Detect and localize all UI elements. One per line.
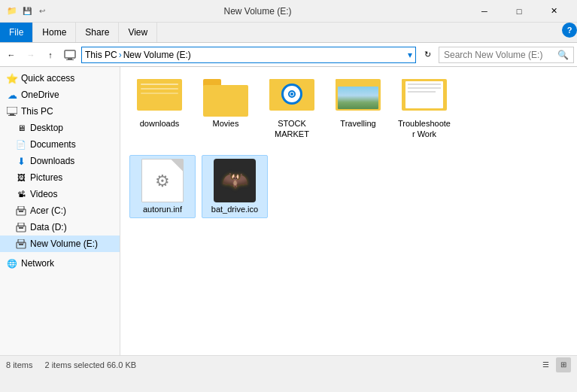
sidebar-label-documents: Documents <box>30 139 76 150</box>
sidebar-label-data: Data (D:) <box>30 222 67 232</box>
folder-icon-stock <box>269 79 314 117</box>
thispc-icon <box>6 105 18 117</box>
selected-info: 2 items selected 66.0 KB <box>44 360 136 369</box>
path-thispc: This PC <box>85 50 117 60</box>
search-input[interactable] <box>444 50 557 60</box>
sidebar-item-acer[interactable]: Acer (C:) <box>0 202 120 219</box>
address-path[interactable]: This PC › New Volume (E:) ▾ <box>81 47 416 63</box>
file-label-autorun: autorun.inf <box>143 204 182 214</box>
folder-label-downloads: downloads <box>140 118 180 129</box>
folder-icon-downloads <box>137 79 182 117</box>
path-volume: New Volume (E:) <box>123 50 191 60</box>
svg-rect-11 <box>19 227 23 229</box>
sidebar-item-downloads[interactable]: ⬇ Downloads <box>0 153 120 169</box>
tab-file[interactable]: File <box>0 23 33 42</box>
acer-drive-icon <box>15 205 27 217</box>
folder-label-movies: Movies <box>213 118 239 129</box>
new-volume-icon <box>15 238 27 250</box>
sidebar-item-new-volume[interactable]: New Volume (E:) <box>0 236 120 252</box>
svg-rect-5 <box>8 115 16 116</box>
folder-label-travelling: Travelling <box>340 118 375 129</box>
svg-rect-4 <box>10 114 14 115</box>
quick-access-icon: ⭐ <box>6 72 18 84</box>
svg-rect-1 <box>68 58 72 59</box>
list-view-button[interactable]: ☰ <box>538 357 553 372</box>
search-box[interactable]: 🔍 <box>439 47 574 63</box>
network-icon: 🌐 <box>6 257 18 269</box>
bat-icon: 🦇 <box>222 168 248 193</box>
folder-icon-movies <box>203 79 248 117</box>
svg-rect-2 <box>66 59 74 60</box>
ribbon: File Home Share View ? <box>0 23 577 43</box>
sidebar-item-data[interactable]: Data (D:) <box>0 219 120 236</box>
up-button[interactable]: ↑ <box>42 47 59 63</box>
sidebar-item-desktop[interactable]: 🖥 Desktop <box>0 120 120 136</box>
ribbon-tabs: File Home Share View ? <box>0 23 577 42</box>
title-folder-icon: 📁 <box>6 5 18 17</box>
file-bat-drive[interactable]: 🦇 bat_drive.ico <box>202 155 268 218</box>
svg-rect-8 <box>19 211 23 212</box>
this-pc-icon <box>62 47 78 63</box>
title-bar: 📁 💾 ↩ New Volume (E:) ─ □ ✕ <box>0 0 577 23</box>
close-button[interactable]: ✕ <box>536 0 571 23</box>
downloads-icon: ⬇ <box>15 155 27 167</box>
grid-view-button[interactable]: ⊞ <box>556 357 571 372</box>
pictures-icon: 🖼 <box>15 172 27 184</box>
onedrive-icon: ☁ <box>6 89 18 101</box>
sidebar-item-videos[interactable]: 📽 Videos <box>0 186 120 202</box>
folder-travelling[interactable]: Travelling <box>328 76 388 143</box>
documents-icon: 📄 <box>15 138 27 150</box>
maximize-button[interactable]: □ <box>502 0 536 23</box>
path-dropdown[interactable]: ▾ <box>408 50 412 60</box>
sidebar-label-network: Network <box>21 258 54 269</box>
sidebar-label-downloads: Downloads <box>30 156 74 166</box>
gear-icon: ⚙ <box>155 172 170 191</box>
folder-troubleshooter[interactable]: Troubleshooter Work <box>394 76 454 143</box>
forward-button[interactable]: → <box>23 47 39 63</box>
sidebar-label-acer: Acer (C:) <box>30 205 66 216</box>
view-controls: ☰ ⊞ <box>538 357 571 372</box>
tab-view[interactable]: View <box>119 23 157 42</box>
window-controls: ─ □ ✕ <box>467 0 571 23</box>
sidebar-label-thispc: This PC <box>21 106 53 117</box>
sidebar-label-videos: Videos <box>30 189 57 199</box>
svg-rect-0 <box>65 50 75 58</box>
content-area: downloads Movies <box>120 67 577 355</box>
search-icon: 🔍 <box>557 50 569 60</box>
item-count: 8 items <box>6 360 32 369</box>
sidebar-item-documents[interactable]: 📄 Documents <box>0 136 120 153</box>
folder-icon-travelling <box>336 79 381 117</box>
folder-stock-market[interactable]: STOCK MARKET <box>262 76 322 143</box>
tab-share[interactable]: Share <box>76 23 119 42</box>
folder-downloads[interactable]: downloads <box>129 76 190 143</box>
videos-icon: 📽 <box>15 188 27 200</box>
inf-file-icon: ⚙ <box>141 159 184 202</box>
sidebar-item-network[interactable]: 🌐 Network <box>0 255 120 272</box>
window-title: New Volume (E:) <box>48 6 467 17</box>
folder-movies[interactable]: Movies <box>196 76 256 143</box>
back-button[interactable]: ← <box>3 47 20 63</box>
sidebar-item-thispc[interactable]: This PC <box>0 103 120 120</box>
minimize-button[interactable]: ─ <box>467 0 502 23</box>
folder-label-troubleshooter: Troubleshooter Work <box>397 118 451 140</box>
sidebar-label-desktop: Desktop <box>30 123 63 133</box>
refresh-button[interactable]: ↻ <box>419 47 436 63</box>
main-layout: ⭐ Quick access ☁ OneDrive This PC 🖥 Desk… <box>0 67 577 355</box>
title-save-icon: 💾 <box>21 5 33 17</box>
file-autorun[interactable]: ⚙ autorun.inf <box>129 155 196 218</box>
sidebar-label-quick-access: Quick access <box>21 73 74 84</box>
desktop-icon: 🖥 <box>15 122 27 134</box>
data-drive-icon <box>15 221 27 233</box>
ico-file-icon: 🦇 <box>214 159 256 202</box>
svg-rect-14 <box>19 244 23 245</box>
sidebar-item-onedrive[interactable]: ☁ OneDrive <box>0 87 120 103</box>
sidebar-label-pictures: Pictures <box>30 172 62 183</box>
address-bar: ← → ↑ This PC › New Volume (E:) ▾ ↻ 🔍 <box>0 43 577 67</box>
tab-home[interactable]: Home <box>33 23 76 42</box>
title-bar-icons: 📁 💾 ↩ <box>6 5 48 17</box>
help-button[interactable]: ? <box>562 23 577 38</box>
sidebar-label-onedrive: OneDrive <box>21 90 59 100</box>
title-undo-icon: ↩ <box>36 5 48 17</box>
sidebar-item-pictures[interactable]: 🖼 Pictures <box>0 169 120 186</box>
sidebar-item-quick-access[interactable]: ⭐ Quick access <box>0 70 120 87</box>
